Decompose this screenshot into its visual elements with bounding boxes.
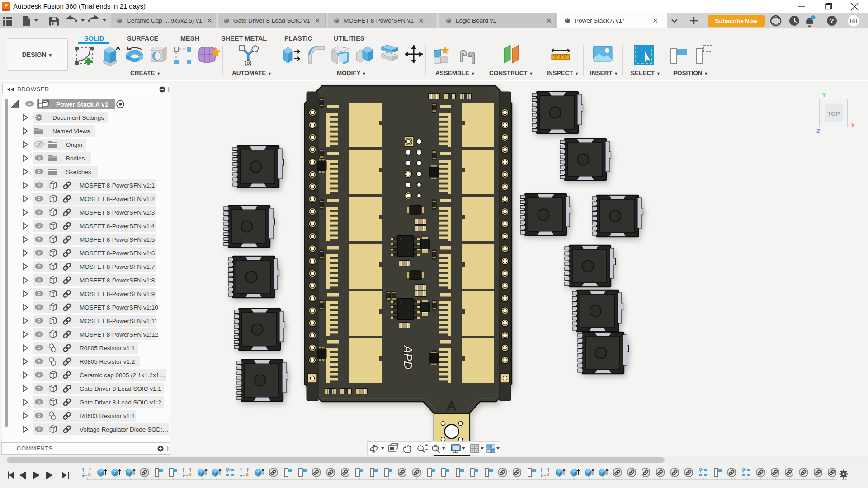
svg-text:R0805 Resistor v1:2: R0805 Resistor v1:2 <box>80 358 135 365</box>
svg-text:MOSFET 8-PowerSFN v1:2: MOSFET 8-PowerSFN v1:2 <box>80 196 155 202</box>
svg-text:Ceramic cap 0805 (2.1x1.2x1…: Ceramic cap 0805 (2.1x1.2x1… <box>80 372 165 379</box>
svg-text:HH: HH <box>850 19 858 24</box>
svg-text:Sketches: Sketches <box>66 169 91 175</box>
svg-text:Y: Y <box>822 91 826 99</box>
svg-text:Origin: Origin <box>66 141 82 148</box>
svg-text:A: A <box>447 399 456 413</box>
svg-text:F: F <box>5 3 8 9</box>
svg-text:MOSFET 8-PowerSFN v1:9: MOSFET 8-PowerSFN v1:9 <box>80 291 155 297</box>
svg-text:MOSFET 8-PowerSFN v1:3: MOSFET 8-PowerSFN v1:3 <box>80 209 155 216</box>
svg-text:R0603 Resistor v1:1: R0603 Resistor v1:1 <box>80 413 135 419</box>
svg-text:Gate Driver 8-Lead SOIC v1:1: Gate Driver 8-Lead SOIC v1:1 <box>80 385 161 392</box>
svg-text:Gate Driver 8-Lead SOIC v1:2: Gate Driver 8-Lead SOIC v1:2 <box>80 399 161 406</box>
svg-text:MOSFET 8-PowerSFN v1:7: MOSFET 8-PowerSFN v1:7 <box>80 263 155 270</box>
svg-text:MOSFET 8-PowerSFN v1:1: MOSFET 8-PowerSFN v1:1 <box>80 182 155 189</box>
svg-text:Bodies: Bodies <box>66 155 85 162</box>
svg-text:Document Settings: Document Settings <box>52 114 104 121</box>
svg-text:Power Stack A v1: Power Stack A v1 <box>56 101 108 108</box>
svg-text:MOSFET 8-PowerSFN v1:10: MOSFET 8-PowerSFN v1:10 <box>80 304 158 311</box>
svg-text:MOSFET 8-PowerSFN v1:12: MOSFET 8-PowerSFN v1:12 <box>80 331 158 338</box>
svg-text:MOSFET 8-PowerSFN v1:11: MOSFET 8-PowerSFN v1:11 <box>80 318 158 324</box>
svg-text:TOP: TOP <box>827 110 840 117</box>
svg-text:Named Views: Named Views <box>52 128 90 135</box>
svg-text:APD: APD <box>401 344 415 370</box>
svg-text:R0805 Resistor v1:1: R0805 Resistor v1:1 <box>80 345 135 352</box>
svg-text:Z: Z <box>816 127 821 135</box>
svg-text:MOSFET 8-PowerSFN v1:4: MOSFET 8-PowerSFN v1:4 <box>80 223 155 230</box>
svg-text:X: X <box>851 122 855 129</box>
svg-text:MOSFET 8-PowerSFN v1:8: MOSFET 8-PowerSFN v1:8 <box>80 277 155 284</box>
svg-text:Voltage Regulator Diode SOD:…: Voltage Regulator Diode SOD:… <box>80 426 169 433</box>
svg-text:?: ? <box>830 17 834 24</box>
svg-text:MOSFET 8-PowerSFN v1:5: MOSFET 8-PowerSFN v1:5 <box>80 236 155 243</box>
svg-text:MOSFET 8-PowerSFN v1:6: MOSFET 8-PowerSFN v1:6 <box>80 250 155 257</box>
